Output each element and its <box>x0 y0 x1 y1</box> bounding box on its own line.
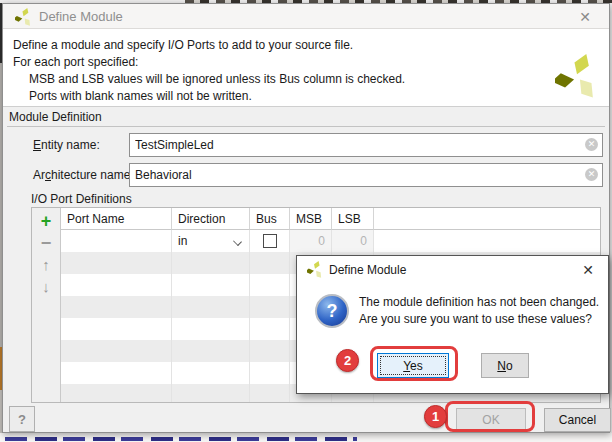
background-blurred-text <box>5 437 357 441</box>
question-icon: ? <box>315 294 349 328</box>
dialog-title: Define Module <box>39 9 123 24</box>
bus-checkbox[interactable] <box>263 234 277 248</box>
msb-cell: 0 <box>290 230 332 252</box>
col-header-direction: Direction <box>172 208 250 230</box>
xilinx-logo-icon <box>307 261 323 278</box>
confirm-message-line: Are you sure you want to use these value… <box>359 312 592 326</box>
entity-name-label: Entity name: <box>33 138 100 152</box>
confirm-dialog-title: Define Module <box>329 263 406 277</box>
col-header-msb: MSB <box>290 208 332 230</box>
confirm-title-bar[interactable]: Define Module ✕ <box>297 256 608 283</box>
architecture-name-input[interactable] <box>129 163 603 187</box>
move-up-icon[interactable]: ↑ <box>35 254 57 276</box>
lsb-cell: 0 <box>332 230 374 252</box>
architecture-name-label: Architecture name: <box>33 168 134 182</box>
move-down-icon[interactable]: ↓ <box>35 276 57 298</box>
screen: Define Module ✕ Define a module and spec… <box>0 0 612 442</box>
entity-name-field-wrap: ✕ <box>129 133 603 157</box>
confirm-dialog: Define Module ✕ ? The module definition … <box>296 255 609 394</box>
annotation-step-1: 1 <box>424 405 447 428</box>
no-button[interactable]: No <box>481 353 529 378</box>
description-line: Define a module and specify I/O Ports to… <box>13 38 353 52</box>
port-name-cell[interactable] <box>61 230 172 252</box>
direction-dropdown[interactable]: in <box>172 230 250 252</box>
section-divider <box>7 126 605 127</box>
remove-port-button[interactable]: − <box>35 232 57 254</box>
cancel-button[interactable]: Cancel <box>544 408 611 432</box>
module-definition-section-label: Module Definition <box>9 110 102 124</box>
description-line: MSB and LSB values will be ignored unles… <box>29 72 405 86</box>
description-panel: Define a module and specify I/O Ports to… <box>3 29 609 107</box>
title-bar[interactable]: Define Module ✕ <box>3 4 609 29</box>
description-line: Ports with blank names will not be writt… <box>29 89 252 103</box>
table-row[interactable]: in 0 0 <box>61 230 600 252</box>
description-line: For each port specified: <box>13 55 138 69</box>
architecture-name-field-wrap: ✕ <box>129 163 603 187</box>
close-icon[interactable]: ✕ <box>578 260 598 280</box>
io-port-definitions-label: I/O Port Definitions <box>31 192 132 206</box>
clear-field-icon[interactable]: ✕ <box>585 138 598 151</box>
table-header-row: Port Name Direction Bus MSB LSB <box>61 208 600 230</box>
entity-name-input[interactable] <box>129 133 603 157</box>
ok-button[interactable]: OK <box>456 408 526 432</box>
table-toolbar: + − ↑ ↓ <box>32 208 61 402</box>
help-button[interactable]: ? <box>9 406 35 432</box>
chevron-down-icon <box>233 237 242 246</box>
col-header-port-name: Port Name <box>61 208 172 230</box>
yes-button[interactable]: Yes <box>377 353 449 378</box>
clear-field-icon[interactable]: ✕ <box>585 168 598 181</box>
confirm-message-line: The module definition has not been chang… <box>359 295 599 309</box>
col-header-bus: Bus <box>250 208 290 230</box>
add-port-button[interactable]: + <box>35 210 57 232</box>
col-header-blank <box>374 208 600 230</box>
bus-cell <box>250 230 290 252</box>
xilinx-logo-icon <box>15 8 32 26</box>
xilinx-logo-large-icon <box>555 54 599 98</box>
col-header-lsb: LSB <box>332 208 374 230</box>
close-icon[interactable]: ✕ <box>575 7 595 27</box>
annotation-step-2: 2 <box>336 349 359 372</box>
